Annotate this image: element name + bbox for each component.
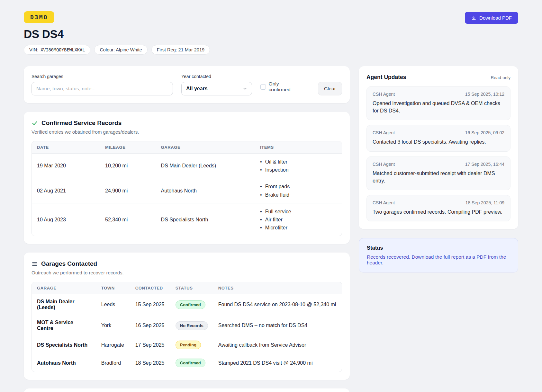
bullet-icon: • [260,208,262,215]
table-row: DS Specialists NorthHarrogate17 Sep 2025… [32,336,342,354]
garage-notes: Stamped 2021 DS DS4 visit @ 24,900 mi [213,354,342,372]
item-entry: •Microfilter [260,224,337,231]
garage-name: Autohaus North [32,354,96,372]
search-field: Search garages [32,74,173,95]
item-entry: •Air filter [260,216,337,223]
year-select[interactable]: All years [181,82,252,95]
vehicle-chip: VIN:XVI8GMQOYBEWLXKAL [24,45,90,55]
bullet-icon: • [260,166,262,174]
garage-contacted-date: 17 Sep 2025 [130,336,170,354]
status-badge: Pending [176,341,201,349]
bullet-icon: • [260,158,262,165]
filter-card: Search garages Year contacted All years [24,66,350,103]
items-list: •Full service•Air filter•Microfilter [260,208,337,232]
item-label: Front pads [265,183,290,190]
confirmed-records-card: Confirmed Service Records Verified entri… [24,112,350,244]
garage-contacted-date: 16 Sep 2025 [130,315,170,336]
column-header: Date [32,141,100,154]
column-header: Contacted [130,282,170,294]
table-row: 19 Mar 202010,200 miDS Main Dealer (Leed… [32,154,342,178]
garage-status-cell: Confirmed [170,354,213,372]
item-label: Inspection [265,166,289,174]
garage-town: Leeds [96,294,130,315]
status-title: Status [367,245,510,251]
agent-update-meta: CSH Agent15 Sep 2025, 10:12 [373,92,504,97]
record-garage: Autohaus North [156,178,255,203]
record-date: 19 Mar 2020 [32,154,100,178]
garage-town: Bradford [96,354,130,372]
agent-update-meta: CSH Agent16 Sep 2025, 09:02 [373,130,504,135]
demo-badge: D3MO [24,11,54,23]
search-input[interactable] [32,82,173,95]
column-header: Mileage [100,141,156,154]
topbar: D3MO DS DS4 VIN:XVI8GMQOYBEWLXKALColour:… [24,11,518,55]
year-select-value: All years [186,86,208,92]
record-date: 02 Aug 2021 [32,178,100,203]
table-row: Autohaus NorthBradford18 Sep 2025Confirm… [32,354,342,372]
agent-update: CSH Agent18 Sep 2025, 11:09Two garages c… [366,195,510,221]
sidebar: Agent Updates Read-only CSH Agent15 Sep … [359,66,518,272]
agent-message: Matched customer-submitted receipt with … [373,170,504,184]
vehicle-chip: First Reg: 21 Mar 2019 [151,45,210,55]
only-confirmed-checkbox[interactable]: Only confirmed [260,81,301,93]
confirmed-records-title: Confirmed Service Records [41,120,122,127]
garages-contacted-card: Garages Contacted Outreach we performed … [24,253,350,380]
vehicle-chip: Colour: Alpine White [94,45,147,55]
status-badge: No Records [176,321,208,330]
agent-message: Opened investigation and queued DVSA & O… [373,100,504,114]
record-items: •Oil & filter•Inspection [255,154,342,178]
record-date: 10 Aug 2023 [32,203,100,236]
garage-contacted-date: 18 Sep 2025 [130,354,170,372]
agent-updates-card: Agent Updates Read-only CSH Agent15 Sep … [359,66,518,229]
item-label: Brake fluid [265,191,290,199]
agent-updates-list: CSH Agent15 Sep 2025, 10:12Opened invest… [366,86,510,221]
bullet-icon: • [260,191,262,199]
items-list: •Oil & filter•Inspection [260,158,337,174]
garage-name: DS Specialists North [32,336,96,354]
table-row: DS Main Dealer (Leeds)Leeds15 Sep 2025Co… [32,294,342,315]
agent-timestamp: 18 Sep 2025, 11:09 [465,200,504,205]
menu-lines-icon [32,261,38,267]
column-header: Town [96,282,130,294]
agent-timestamp: 15 Sep 2025, 10:12 [465,92,504,97]
garage-notes: Found DS DS4 service on 2023-08-10 @ 52,… [213,294,342,315]
item-label: Oil & filter [265,158,287,165]
clear-button[interactable]: Clear [318,82,342,95]
item-label: Microfilter [265,224,287,231]
item-entry: •Oil & filter [260,158,337,165]
status-badge: Confirmed [176,300,205,309]
main-column: Search garages Year contacted All years [24,66,350,392]
vehicle-header: D3MO DS DS4 VIN:XVI8GMQOYBEWLXKALColour:… [24,11,210,55]
record-mileage: 10,200 mi [100,154,156,178]
agent-update: CSH Agent15 Sep 2025, 10:12Opened invest… [366,86,510,120]
agent-name: CSH Agent [373,130,395,135]
page: D3MO DS DS4 VIN:XVI8GMQOYBEWLXKALColour:… [0,0,542,392]
bullet-icon: • [260,183,262,190]
agent-update: CSH Agent16 Sep 2025, 09:02Contacted 3 l… [366,125,510,151]
garage-notes: Awaiting callback from Service Advisor [213,336,342,354]
item-label: Air filter [265,216,283,223]
item-entry: •Full service [260,208,337,215]
agent-message: Contacted 3 local DS specialists. Awaiti… [373,138,504,146]
record-garage: DS Main Dealer (Leeds) [156,154,255,178]
agent-updates-title: Agent Updates [366,74,406,81]
column-header: Garage [156,141,255,154]
download-pdf-label: Download PDF [479,15,512,21]
chip-label: Colour: Alpine White [100,47,142,52]
garages-contacted-subtitle: Outreach we performed to recover records… [32,270,342,275]
table-row: 02 Aug 202124,900 miAutohaus North•Front… [32,178,342,203]
download-pdf-button[interactable]: Download PDF [465,12,518,24]
table-header-row: DateMileageGarageItems [32,141,342,154]
status-message: Records recovered. Download the full rep… [367,254,510,266]
column-header: Status [170,282,213,294]
chevron-down-icon [243,86,247,91]
check-icon [32,120,38,126]
confirmed-records-subtitle: Verified entries we obtained from garage… [32,129,342,135]
agent-name: CSH Agent [373,200,395,205]
agent-message: Two garages confirmed records. Compiling… [373,208,504,216]
garage-status-cell: Pending [170,336,213,354]
status-badge: Confirmed [176,359,205,367]
agent-timestamp: 16 Sep 2025, 09:02 [465,130,504,135]
chip-label: First Reg: 21 Mar 2019 [157,47,204,52]
confirmed-records-table: DateMileageGarageItems 19 Mar 202010,200… [32,141,342,236]
